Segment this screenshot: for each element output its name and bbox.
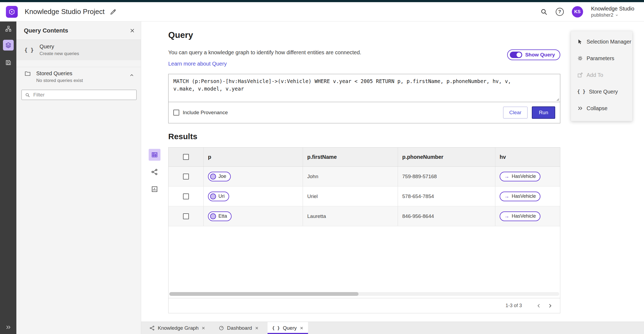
store-query-label: Store Query: [589, 89, 618, 95]
store-query-icon: { }: [577, 89, 586, 94]
resize-grip-icon[interactable]: [555, 97, 559, 101]
edge-pill[interactable]: → HasVehicle: [500, 172, 540, 181]
page-title: Query: [168, 30, 193, 40]
tab-label: Query: [283, 325, 297, 331]
show-query-toggle[interactable]: Show Query: [507, 49, 560, 60]
chevron-left-icon[interactable]: [533, 300, 544, 311]
app-logo[interactable]: [6, 6, 18, 18]
node-pill[interactable]: Joe: [208, 172, 231, 181]
hierarchy-icon[interactable]: [3, 23, 14, 34]
edge-arrow-icon: →: [504, 193, 509, 199]
header-actions: ? KS Knowledge Studio publisher2: [540, 5, 634, 18]
edge-label: HasVehicle: [512, 174, 536, 179]
hexagon-logo-icon: [8, 8, 15, 15]
tab-label: Dashboard: [227, 325, 252, 331]
add-to-icon: [577, 72, 583, 78]
main-content: Query You can query a knowledge graph to…: [141, 21, 644, 322]
toggle-knob: [517, 52, 521, 57]
parameters-item[interactable]: Parameters: [571, 50, 632, 67]
select-all-checkbox[interactable]: [183, 154, 189, 160]
run-button[interactable]: Run: [532, 106, 555, 119]
table-header-row: p p.firstName p.phoneNumber hv: [169, 148, 560, 167]
toggle-switch[interactable]: [510, 52, 522, 58]
expand-rail-icon[interactable]: [5, 324, 11, 330]
column-header-firstname[interactable]: p.firstName: [307, 154, 337, 160]
project-title: Knowledge Studio Project: [25, 8, 105, 16]
braces-icon: { }: [24, 47, 34, 53]
edge-pill[interactable]: → HasVehicle: [500, 211, 540, 221]
node-pill[interactable]: Uri: [208, 192, 229, 201]
selection-manager-item[interactable]: Selection Manager: [571, 33, 632, 50]
search-icon[interactable]: [540, 8, 548, 16]
include-provenance-label: Include Provenance: [183, 110, 228, 116]
knowledge-graph-icon: [149, 325, 155, 331]
stored-queries-sublabel: No stored queries exist: [36, 78, 124, 83]
avatar-initials: KS: [574, 9, 581, 15]
add-to-label: Add To: [587, 72, 603, 78]
collapse-label: Collapse: [587, 105, 608, 112]
table-view-icon[interactable]: [149, 149, 160, 161]
learn-more-link[interactable]: Learn more about Query: [168, 61, 227, 67]
tab-dashboard[interactable]: Dashboard: [214, 322, 263, 334]
include-provenance-checkbox[interactable]: [173, 110, 179, 116]
row-checkbox[interactable]: [183, 193, 189, 199]
node-pill[interactable]: Etta: [208, 211, 232, 221]
left-rail: [0, 21, 16, 334]
pagination-info: 1-3 of 3: [506, 303, 522, 308]
query-item-sublabel: Create new queries: [39, 51, 79, 56]
stored-queries-section[interactable]: Stored Queries No stored queries exist: [16, 67, 141, 84]
chevron-right-icon[interactable]: [544, 300, 556, 311]
clear-button[interactable]: Clear: [503, 107, 528, 118]
close-icon[interactable]: [130, 28, 135, 33]
chevron-up-icon[interactable]: [129, 73, 134, 78]
editor-controls: Include Provenance Clear Run: [169, 102, 560, 123]
user-menu[interactable]: Knowledge Studio publisher2: [591, 5, 634, 18]
node-circle-icon: [210, 193, 216, 199]
row-checkbox[interactable]: [183, 174, 189, 179]
results-view-toolbar: [149, 149, 160, 195]
store-query-item[interactable]: { } Store Query: [571, 83, 632, 100]
tab-knowledge-graph[interactable]: Knowledge Graph: [145, 322, 210, 334]
column-header-hv[interactable]: hv: [500, 154, 506, 160]
stored-queries-label: Stored Queries: [36, 70, 124, 77]
query-item-label: Query: [39, 44, 79, 50]
collapse-item[interactable]: Collapse: [571, 100, 632, 117]
save-icon[interactable]: [3, 57, 14, 68]
node-circle-icon: [210, 213, 216, 219]
column-header-p[interactable]: p: [208, 154, 211, 160]
bottom-tab-bar: Knowledge Graph Dashboard { } Query: [141, 322, 644, 334]
show-query-label: Show Query: [525, 52, 555, 58]
edge-label: HasVehicle: [512, 193, 536, 199]
edit-title-icon[interactable]: [110, 9, 116, 15]
layers-icon[interactable]: [3, 40, 14, 51]
tab-query[interactable]: { } Query: [268, 322, 308, 334]
parameters-icon: [577, 55, 583, 61]
node-circle-icon: [210, 174, 216, 179]
phone-value: 759-889-57168: [402, 174, 437, 179]
graph-view-icon[interactable]: [149, 166, 160, 178]
edge-arrow-icon: →: [504, 174, 509, 179]
row-checkbox[interactable]: [183, 213, 189, 219]
chart-view-icon[interactable]: [149, 183, 160, 195]
filter-input[interactable]: [33, 92, 133, 98]
query-textarea[interactable]: MATCH (p:Person)-[hv:HasVehicle]->(v:Veh…: [169, 74, 560, 102]
close-icon[interactable]: [202, 326, 205, 330]
phone-value: 578-654-7854: [402, 193, 434, 199]
edge-pill[interactable]: → HasVehicle: [500, 192, 540, 201]
firstname-value: John: [307, 174, 318, 179]
scrollbar-thumb[interactable]: [169, 292, 358, 296]
sidebar-item-query[interactable]: { } Query Create new queries: [16, 40, 141, 60]
close-icon[interactable]: [255, 326, 259, 330]
help-icon[interactable]: ?: [556, 8, 564, 16]
table-footer: 1-3 of 3: [169, 298, 560, 313]
user-avatar[interactable]: KS: [572, 6, 583, 17]
node-label: Joe: [218, 174, 226, 179]
parameters-label: Parameters: [587, 55, 614, 62]
horizontal-scrollbar[interactable]: [169, 292, 559, 296]
column-header-phonenumber[interactable]: p.phoneNumber: [402, 154, 443, 160]
edge-label: HasVehicle: [512, 213, 536, 219]
close-icon[interactable]: [300, 326, 303, 330]
results-title: Results: [168, 132, 197, 141]
selection-manager-label: Selection Manager: [587, 39, 631, 45]
dashboard-icon: [219, 325, 224, 331]
